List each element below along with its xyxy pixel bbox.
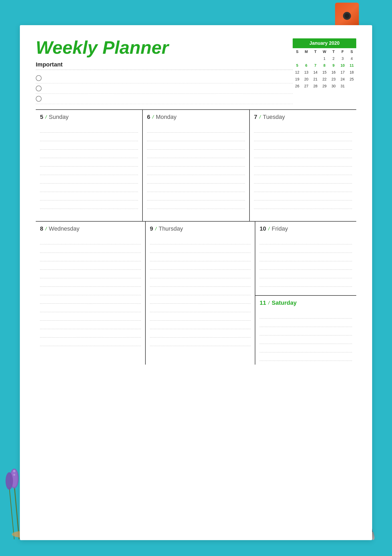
mini-calendar: January 2020 S M T W T F S <box>293 38 356 89</box>
cal-col-t1: T <box>311 48 320 55</box>
calendar-header: January 2020 <box>293 38 356 48</box>
checkbox-1[interactable] <box>36 75 42 81</box>
cal-col-f: F <box>338 48 347 55</box>
day-header-saturday: 11 / Saturday <box>260 299 352 306</box>
slash-wednesday: / <box>45 226 47 232</box>
svg-point-11 <box>6 472 13 490</box>
saturday-lines <box>260 310 352 361</box>
day-header-sunday: 5 / Sunday <box>40 114 138 120</box>
wednesday-lines <box>40 236 141 346</box>
slash-saturday: / <box>268 300 270 306</box>
day-name-friday: Friday <box>272 225 288 232</box>
day-name-monday: Monday <box>156 114 176 120</box>
day-name-saturday: Saturday <box>272 299 297 306</box>
days-row-1: 5 / Sunday <box>36 109 356 221</box>
days-row-2: 8 / Wednesday <box>36 221 356 365</box>
important-label: Important <box>36 61 293 70</box>
tuesday-lines <box>254 124 352 209</box>
cal-week-4: 19 20 21 22 23 24 25 <box>293 76 356 83</box>
slash-sunday: / <box>45 114 47 120</box>
page-title: Weekly Planner <box>36 38 293 56</box>
friday-lines <box>260 236 352 287</box>
day-cell-saturday: 11 / Saturday <box>255 296 356 365</box>
header-left: Weekly Planner Important <box>36 38 293 104</box>
cal-week-1: 1 2 3 4 <box>293 55 356 62</box>
svg-line-0 <box>14 485 19 539</box>
day-num-6: 6 <box>147 114 150 120</box>
day-cell-wednesday: 8 / Wednesday <box>36 222 146 365</box>
day-name-sunday: Sunday <box>49 114 69 120</box>
day-num-7: 7 <box>254 114 257 120</box>
day-num-11: 11 <box>260 299 266 306</box>
slash-friday: / <box>268 226 270 232</box>
monday-lines <box>147 124 245 209</box>
checkbox-3[interactable] <box>36 96 42 102</box>
day-cell-friday: 10 / Friday <box>255 222 356 296</box>
day-header-monday: 6 / Monday <box>147 114 245 120</box>
svg-point-14 <box>13 474 15 476</box>
day-num-5: 5 <box>40 114 43 120</box>
day-cell-sunday: 5 / Sunday <box>36 110 143 221</box>
cal-week-3: 12 13 14 15 16 17 18 <box>293 69 356 76</box>
checkbox-row-2[interactable] <box>36 83 293 94</box>
calendar-table: S M T W T F S 1 2 <box>293 48 356 89</box>
slash-monday: / <box>152 114 154 120</box>
day-cell-fri-sat: 10 / Friday 11 <box>255 222 356 365</box>
paper: Weekly Planner Important January 2020 S … <box>20 25 372 540</box>
day-header-thursday: 9 / Thursday <box>150 225 251 232</box>
day-num-10: 10 <box>260 225 266 232</box>
thursday-lines <box>150 236 251 346</box>
day-header-wednesday: 8 / Wednesday <box>40 225 141 232</box>
day-header-friday: 10 / Friday <box>260 225 352 232</box>
checkbox-2[interactable] <box>36 86 42 91</box>
cal-col-w: W <box>320 48 329 55</box>
cal-col-s2: S <box>347 48 356 55</box>
day-num-8: 8 <box>40 225 43 232</box>
checkbox-row-3[interactable] <box>36 94 293 104</box>
sunday-lines <box>40 124 138 209</box>
day-name-wednesday: Wednesday <box>49 225 79 232</box>
checkbox-row-1[interactable] <box>36 73 293 83</box>
day-num-9: 9 <box>150 225 153 232</box>
days-container: 5 / Sunday <box>36 109 356 365</box>
day-cell-monday: 6 / Monday <box>143 110 250 221</box>
cal-col-s1: S <box>293 48 302 55</box>
day-name-tuesday: Tuesday <box>263 114 285 120</box>
slash-tuesday: / <box>259 114 261 120</box>
cal-col-t2: T <box>329 48 338 55</box>
day-name-thursday: Thursday <box>159 225 183 232</box>
cal-week-5: 26 27 28 29 30 31 <box>293 83 356 89</box>
svg-line-3 <box>9 487 14 539</box>
cal-week-2: 5 6 7 8 9 10 11 <box>293 62 356 69</box>
day-header-tuesday: 7 / Tuesday <box>254 114 352 120</box>
cal-col-m: M <box>302 48 311 55</box>
day-cell-tuesday: 7 / Tuesday <box>250 110 356 221</box>
header: Weekly Planner Important January 2020 S … <box>36 38 356 104</box>
svg-point-13 <box>13 470 15 472</box>
day-cell-thursday: 9 / Thursday <box>146 222 256 365</box>
slash-thursday: / <box>155 226 157 232</box>
